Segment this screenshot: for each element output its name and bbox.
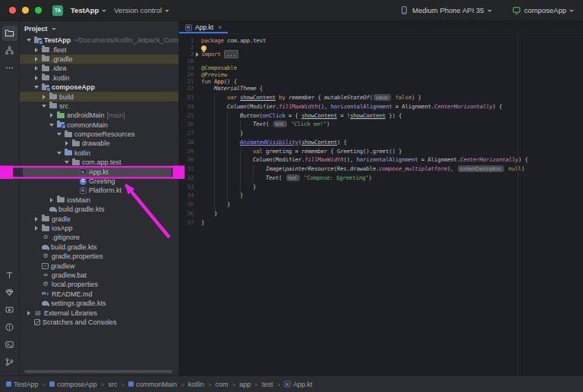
gutter-space — [194, 121, 201, 130]
tree-item-greeting[interactable]: Greeting — [20, 177, 178, 186]
tree-label: androidMain — [67, 111, 105, 119]
stripe-problems-button[interactable] — [2, 320, 17, 335]
fold-chevron-icon[interactable] — [194, 51, 201, 58]
breadcrumb-app-kt[interactable]: App.kt — [293, 381, 313, 388]
tree-item-gradle[interactable]: .gradle — [20, 55, 178, 64]
stripe-more-button[interactable] — [2, 61, 17, 76]
tree-item-app-kt[interactable]: App.kt — [23, 167, 172, 176]
tree-chevron-icon[interactable] — [49, 122, 55, 128]
tree-item-iosapp[interactable]: iosApp — [20, 224, 178, 233]
minimize-button[interactable] — [22, 7, 29, 14]
code-token: greeting = — [266, 148, 301, 155]
run-config-selector[interactable]: composeApp — [512, 5, 574, 15]
stripe-build-button[interactable] — [2, 268, 17, 283]
gutter-space — [194, 44, 201, 51]
tree-chevron-icon[interactable] — [33, 84, 39, 90]
tree-item-src[interactable]: src — [20, 102, 178, 111]
tree-item-gradlew[interactable]: gradlew — [20, 261, 178, 270]
tree-item-drawable[interactable]: drawable — [20, 139, 178, 148]
tree-chevron-icon[interactable] — [64, 159, 70, 165]
tree-item-commonmain[interactable]: commonMain — [20, 121, 178, 130]
project-menu[interactable]: TestApp — [71, 6, 106, 14]
tree-item-gradle[interactable]: gradle — [20, 214, 178, 223]
tree-chevron-icon[interactable] — [33, 225, 39, 231]
folder-icon — [42, 226, 49, 231]
tree-item-androidmain[interactable]: androidMain[main] — [20, 111, 178, 120]
code-token: package — [201, 37, 224, 44]
services-icon — [5, 287, 14, 297]
tree-item-readme-md[interactable]: README.md — [20, 290, 178, 299]
breadcrumb-kotlin[interactable]: kotlin — [188, 381, 204, 388]
code-line: 30Column(Modifier.fillMaxWidth(), horizo… — [179, 156, 583, 165]
horizontal-scrollbar[interactable] — [24, 370, 172, 373]
tree-item-local-properties[interactable]: local.properties — [20, 280, 178, 289]
code-area[interactable]: 1package com.app.test23import ...1819@Co… — [179, 34, 583, 375]
tree-item-iosmain[interactable]: iosMain — [20, 196, 178, 205]
breadcrumb-src[interactable]: src — [108, 381, 117, 388]
tree-item-fleet[interactable]: .fleet — [20, 45, 178, 54]
tree-item-composeresources[interactable]: composeResources — [20, 130, 178, 139]
tree-chevron-icon[interactable] — [26, 310, 32, 316]
tree-item-build-gradle-kts[interactable]: build.gradle.kts — [20, 243, 178, 252]
code-token: Column — [253, 156, 273, 163]
stripe-running-devices-button[interactable] — [2, 303, 17, 318]
code-token: ) — [522, 165, 525, 172]
tree-chevron-icon[interactable] — [41, 103, 47, 109]
code-token: fillMaxWidth — [304, 156, 343, 163]
stripe-version-control-button[interactable] — [2, 355, 17, 370]
tree-chevron-icon[interactable] — [64, 140, 70, 146]
code-line: 26Text( text: "Click me!") — [179, 121, 583, 130]
tree-item-platform-kt[interactable]: Platform.kt — [20, 186, 178, 195]
tree-chevron-icon[interactable] — [56, 131, 62, 137]
maximize-button[interactable] — [35, 7, 42, 14]
tree-item-idea[interactable]: .idea — [20, 64, 178, 73]
tab-app-kt[interactable]: App.kt — [179, 21, 228, 33]
code-token: } — [240, 130, 243, 136]
tree-chevron-icon[interactable] — [33, 47, 39, 53]
code-token: null — [509, 165, 522, 172]
tree-chevron-icon[interactable] — [41, 94, 47, 100]
breadcrumb-commonmain[interactable]: commonMain — [136, 381, 177, 388]
tree-chevron-icon[interactable] — [49, 112, 55, 118]
tree-label: commonMain — [67, 121, 108, 129]
breadcrumb-com[interactable]: com — [215, 381, 228, 388]
project-panel-header[interactable]: Project — [20, 21, 178, 36]
tree-chevron-icon[interactable] — [33, 65, 39, 71]
tree-item-build-gradle-kts[interactable]: build.gradle.kts — [20, 205, 178, 214]
stripe-services-button[interactable] — [2, 285, 17, 300]
stripe-project-button[interactable] — [2, 26, 17, 41]
tab-close-icon[interactable] — [218, 24, 222, 31]
vcs-menu[interactable]: Version control — [114, 6, 169, 14]
code-line: 28AnimatedVisibility(showContent) { — [179, 139, 583, 148]
tree-item-settings-gradle-kts[interactable]: settings.gradle.kts — [20, 299, 178, 308]
breadcrumb-testapp[interactable]: TestApp — [14, 381, 39, 388]
code-token: (Res.drawable. — [334, 165, 380, 172]
stripe-structure-button[interactable] — [2, 43, 17, 58]
tree-item-com-app-test[interactable]: com.app.test — [20, 158, 178, 167]
tree-chevron-icon[interactable] — [26, 37, 32, 43]
tree-chevron-icon[interactable] — [33, 56, 39, 62]
breadcrumb-app[interactable]: app — [239, 381, 251, 388]
tree-item-testapp[interactable]: TestApp~/Documents/Kotlin_Jetpack_Compos… — [20, 36, 178, 45]
tree-label: App.kt — [89, 168, 109, 176]
tree-item-scratches-and-consoles[interactable]: Scratches and Consoles — [20, 318, 178, 327]
code-token: horizontalAlignment — [357, 156, 418, 163]
tree-item-gitignore[interactable]: .gitignore — [20, 233, 178, 242]
tree-item-kotlin[interactable]: kotlin — [20, 149, 178, 158]
tree-chevron-icon[interactable] — [33, 75, 39, 81]
tree-chevron-icon — [71, 178, 77, 184]
breadcrumb-test[interactable]: test — [262, 381, 273, 388]
tree-item-external-libraries[interactable]: External Libraries — [20, 308, 178, 317]
tree-chevron-icon[interactable] — [33, 216, 39, 222]
close-button[interactable] — [9, 7, 16, 14]
tree-chevron-icon[interactable] — [56, 150, 62, 156]
device-selector[interactable]: Medium Phone API 35 — [399, 5, 492, 15]
breadcrumb-composeapp[interactable]: composeApp — [57, 381, 97, 388]
tree-item-build[interactable]: build — [20, 92, 178, 101]
stripe-terminal-button[interactable] — [2, 337, 17, 353]
tree-item-gradlew-bat[interactable]: gradlew.bat — [20, 271, 178, 280]
tree-item-kotlin[interactable]: .kotlin — [20, 74, 178, 83]
tree-item-composeapp[interactable]: composeApp — [20, 83, 178, 92]
tree-item-gradle-properties[interactable]: gradle.properties — [20, 252, 178, 261]
tree-chevron-icon[interactable] — [49, 197, 55, 203]
